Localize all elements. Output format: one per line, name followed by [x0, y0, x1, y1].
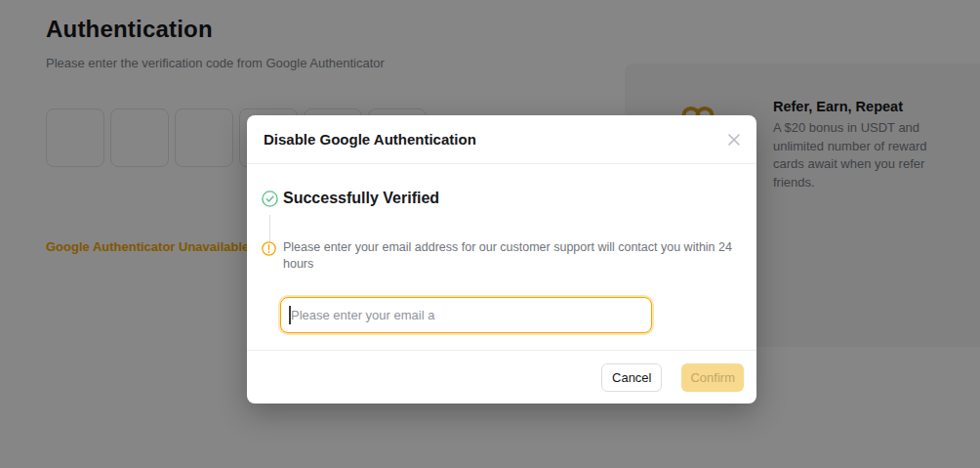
text-caret	[289, 306, 291, 324]
check-circle-icon	[262, 191, 278, 207]
email-field[interactable]	[280, 297, 652, 333]
modal-header: Disable Google Authentication	[247, 115, 756, 164]
email-instruction-text: Please enter your email address for our …	[283, 239, 744, 273]
warning-circle-icon	[262, 241, 276, 256]
close-icon[interactable]	[725, 131, 743, 149]
modal-title: Disable Google Authentication	[264, 115, 476, 164]
confirm-button[interactable]: Confirm	[681, 363, 744, 392]
success-step-label: Successfully Verified	[283, 190, 439, 207]
disable-google-auth-modal: Disable Google Authentication Successful…	[247, 115, 756, 404]
cancel-button[interactable]: Cancel	[601, 363, 662, 392]
step-connector-line	[269, 215, 270, 241]
modal-footer: Cancel Confirm	[247, 350, 756, 404]
email-field-wrap	[280, 297, 652, 333]
